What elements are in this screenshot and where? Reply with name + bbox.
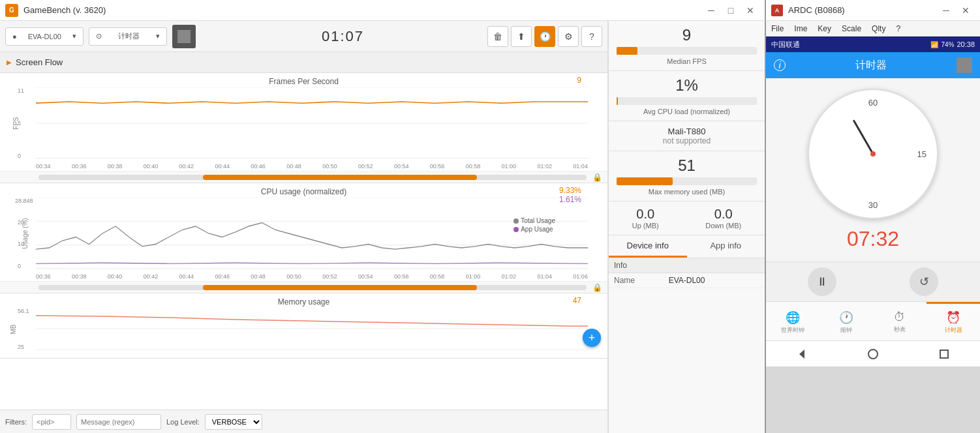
app-info-tab[interactable]: App info <box>687 235 765 258</box>
device-icon: ● <box>12 33 17 40</box>
close-button[interactable]: ✕ <box>741 3 759 18</box>
device-dropdown[interactable]: ● EVA-DL00 ▾ <box>5 27 84 46</box>
phone-carrier: 中国联通 <box>771 40 800 50</box>
ardc-scale-menu[interactable]: Scale <box>842 24 861 33</box>
memory-y-max: 56.1 <box>18 308 29 314</box>
ardc-title: ARDC (B0868) <box>788 5 845 15</box>
ardc-ime-menu[interactable]: Ime <box>794 24 807 33</box>
help-icon-btn[interactable]: ? <box>581 26 602 47</box>
metrics-panel: 9 Median FPS 1% Avg CPU load (normalized… <box>608 21 765 433</box>
phone-app-tabs: 🌐 世界时钟 🕐 闹钟 ⏱ 秒表 ⏰ 计时器 <box>766 301 980 340</box>
svg-marker-9 <box>799 350 804 359</box>
ardc-close-button[interactable]: ✕ <box>957 3 975 18</box>
memory-chart-title: Memory usage <box>0 293 607 308</box>
add-button[interactable]: + <box>583 329 601 347</box>
world-clock-icon: 🌐 <box>786 310 800 325</box>
clock-content: 60 15 30 07:32 <box>766 78 980 261</box>
ardc-key-menu[interactable]: Key <box>818 24 831 33</box>
cpu-lock-icon[interactable]: 🔒 <box>589 282 605 293</box>
gamebench-titlebar: G GameBench (v. 3620) ─ □ ✕ <box>0 0 765 21</box>
phone-tab-alarm[interactable]: 🕐 闹钟 <box>819 302 873 340</box>
record-button[interactable] <box>172 25 196 48</box>
info-table-header: Info <box>609 258 765 273</box>
battery-label: 74% <box>941 41 954 48</box>
nav-recent-button[interactable] <box>934 344 955 365</box>
ardc-file-menu[interactable]: File <box>771 24 784 33</box>
fps-metric-bar-container <box>617 47 757 55</box>
nav-back-button[interactable] <box>791 344 812 365</box>
nav-recent-icon <box>938 348 951 361</box>
gpu-status: not supported <box>617 136 757 145</box>
reset-button[interactable]: ↺ <box>910 267 938 296</box>
fps-scroll-thumb[interactable] <box>203 175 477 180</box>
settings-icon-btn[interactable]: ⚙ <box>558 26 579 47</box>
alarm-icon: 🕐 <box>839 310 853 325</box>
regex-filter-input[interactable] <box>76 414 161 430</box>
timer-display: 01:07 <box>204 28 482 45</box>
network-row: 0.0 Up (MB) 0.0 Down (MB) <box>609 202 765 235</box>
phone-app-title: 计时器 <box>855 59 887 72</box>
cpu-load-value: 1% <box>617 76 757 95</box>
cpu-metric-bar-container <box>617 97 757 105</box>
device-info-tab[interactable]: Device info <box>609 235 687 258</box>
phone-time: 20:38 <box>957 40 975 48</box>
phone-nav-bar <box>766 340 980 366</box>
screen-flow-label: Screen Flow <box>16 57 63 67</box>
fps-chart-title: Frames Per Second <box>0 73 607 87</box>
log-level-select[interactable]: VERBOSE <box>205 414 262 430</box>
phone-toggle[interactable] <box>957 57 972 73</box>
memory-metric-bar <box>617 177 673 185</box>
cpu-metric-bar <box>617 97 618 105</box>
ardc-qlty-menu[interactable]: Qlty <box>872 24 885 33</box>
clock-icon-btn[interactable]: 🕐 <box>534 26 555 47</box>
fps-y-min: 0 <box>18 153 21 159</box>
info-icon: i <box>774 59 786 71</box>
upload-icon-btn[interactable]: ⬆ <box>511 26 532 47</box>
cpu-chart-svg <box>36 198 588 269</box>
gpu-name: Mali-T880 <box>617 127 757 136</box>
clock-center-dot <box>870 151 876 157</box>
cpu-load-label: Avg CPU load (normalized) <box>617 108 757 115</box>
network-up-value: 0.0 <box>632 207 659 222</box>
median-fps-value: 9 <box>617 26 757 44</box>
network-up-item: 0.0 Up (MB) <box>632 207 659 230</box>
clock-30-label: 30 <box>868 200 878 210</box>
ardc-minimize-button[interactable]: ─ <box>937 3 955 18</box>
maximize-button[interactable]: □ <box>722 3 740 18</box>
ardc-question-menu[interactable]: ? <box>896 24 900 33</box>
pid-filter-input[interactable] <box>32 414 71 430</box>
stopwatch-icon: ⏱ <box>894 310 906 324</box>
app-dropdown[interactable]: ⊙ 计时器 ▾ <box>89 27 167 46</box>
pause-button[interactable]: ⏸ <box>808 267 836 296</box>
fps-lock-icon[interactable]: 🔒 <box>589 172 605 183</box>
memory-y-label: MB <box>10 324 17 334</box>
record-inner <box>177 30 191 43</box>
fps-scrollbar[interactable] <box>38 175 587 180</box>
fps-chart-section: Frames Per Second 9 FPS 11 5 0 <box>0 73 607 183</box>
minimize-button[interactable]: ─ <box>702 3 720 18</box>
timer-icon: ⏰ <box>946 310 960 325</box>
phone-tab-timer[interactable]: ⏰ 计时器 <box>926 302 980 340</box>
screen-flow-header[interactable]: ▶ Screen Flow <box>0 52 607 73</box>
phone-tab-world-clock[interactable]: 🌐 世界时钟 <box>766 302 819 340</box>
icon-toolbar: 🗑 ⬆ 🕐 ⚙ ? <box>487 26 602 47</box>
name-value-cell: EVA-DL00 <box>669 276 759 285</box>
memory-chart-section: Memory usage 47 56.1 25 MB <box>0 293 607 359</box>
clock-face: 60 15 30 <box>808 89 938 219</box>
network-down-item: 0.0 Down (MB) <box>705 207 741 230</box>
nav-home-button[interactable] <box>863 344 883 365</box>
fps-metric-bar <box>617 47 637 55</box>
charts-area: Frames Per Second 9 FPS 11 5 0 <box>0 73 607 410</box>
delete-icon-btn[interactable]: 🗑 <box>487 26 508 47</box>
fps-y-mid: 5 <box>18 120 21 127</box>
memory-value-label: 47 <box>573 296 581 305</box>
phone-tab-stopwatch[interactable]: ⏱ 秒表 <box>873 302 926 340</box>
clock-60-label: 60 <box>868 98 878 108</box>
nav-back-icon <box>795 348 808 361</box>
screen-flow-arrow: ▶ <box>7 59 12 66</box>
max-memory-box: 51 Max memory used (MB) <box>609 151 765 202</box>
network-up-label: Up (MB) <box>632 222 659 230</box>
cpu-scrollbar[interactable] <box>38 285 587 290</box>
cpu-chart-section: CPU usage (normalized) 9.33% 1.61% Usage… <box>0 183 607 293</box>
cpu-scroll-thumb[interactable] <box>203 285 477 290</box>
